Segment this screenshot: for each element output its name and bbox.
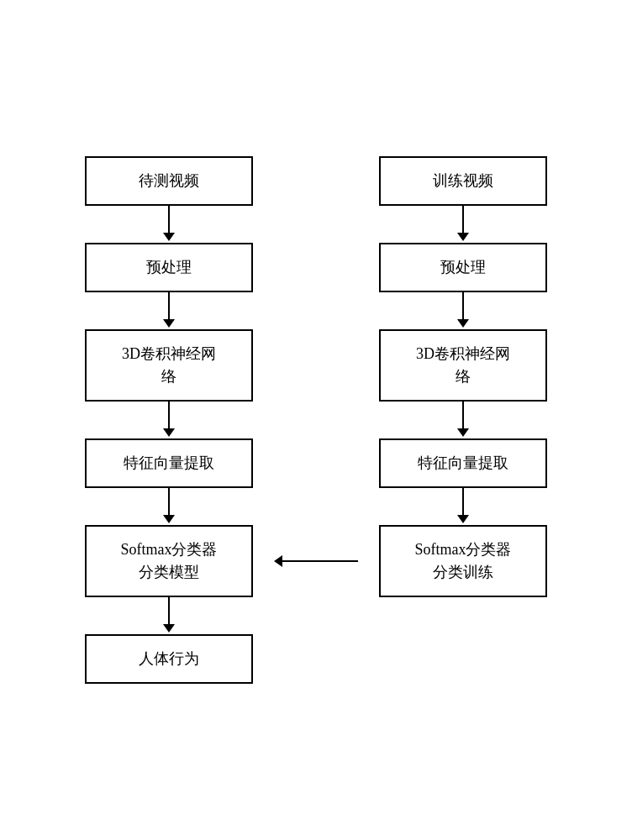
left-col-2: 预处理 bbox=[60, 243, 278, 292]
arrowhead bbox=[457, 233, 469, 241]
arrow-line bbox=[168, 292, 170, 319]
right-col-6-empty bbox=[354, 634, 572, 684]
arrow-row-5 bbox=[22, 597, 610, 634]
left-box-5: Softmax分类器分类模型 bbox=[85, 525, 253, 597]
right-down-arrow-4 bbox=[457, 488, 469, 525]
arrowhead bbox=[457, 515, 469, 523]
left-arrow-5 bbox=[60, 597, 278, 634]
arrowhead bbox=[457, 319, 469, 328]
left-down-arrow-1 bbox=[163, 206, 175, 243]
left-down-arrow-2 bbox=[163, 292, 175, 329]
left-arrow-4 bbox=[60, 488, 278, 525]
arrow-line bbox=[462, 206, 464, 233]
horizontal-line bbox=[282, 560, 358, 562]
arrowhead bbox=[163, 624, 175, 633]
row-2-boxes: 预处理 预处理 bbox=[22, 243, 610, 292]
right-box-4: 特征向量提取 bbox=[379, 438, 547, 488]
right-box-1: 训练视频 bbox=[379, 156, 547, 206]
left-box-3: 3D卷积神经网络 bbox=[85, 329, 253, 402]
arrow-line bbox=[168, 206, 170, 233]
right-col-3: 3D卷积神经网络 bbox=[354, 329, 572, 402]
row-6-boxes: 人体行为 bbox=[22, 634, 610, 684]
arrowhead bbox=[163, 428, 175, 437]
left-box-1: 待测视频 bbox=[85, 156, 253, 206]
arrowhead bbox=[163, 233, 175, 241]
row-3-boxes: 3D卷积神经网络 3D卷积神经网络 bbox=[22, 329, 610, 402]
right-down-arrow-3 bbox=[457, 402, 469, 438]
arrow-line bbox=[168, 597, 170, 624]
right-arrow-2 bbox=[354, 292, 572, 329]
left-box-6: 人体行为 bbox=[85, 634, 253, 684]
left-col-3: 3D卷积神经网络 bbox=[60, 329, 278, 402]
arrow-line bbox=[462, 292, 464, 319]
arrow-line bbox=[462, 488, 464, 515]
arrowhead bbox=[163, 515, 175, 523]
left-col-5: Softmax分类器分类模型 bbox=[60, 525, 278, 597]
right-arrow-1 bbox=[354, 206, 572, 243]
arrow-row-2 bbox=[22, 292, 610, 329]
right-down-arrow-2 bbox=[457, 292, 469, 329]
arrow-row-1 bbox=[22, 206, 610, 243]
left-arrow-3 bbox=[60, 402, 278, 438]
right-col-4: 特征向量提取 bbox=[354, 438, 572, 488]
left-arrow-1 bbox=[60, 206, 278, 243]
row-4-boxes: 特征向量提取 特征向量提取 bbox=[22, 438, 610, 488]
arrow-row-4 bbox=[22, 488, 610, 525]
left-box-4: 特征向量提取 bbox=[85, 438, 253, 488]
right-down-arrow-1 bbox=[457, 206, 469, 243]
left-down-arrow-3 bbox=[163, 402, 175, 438]
row-1-boxes: 待测视频 训练视频 bbox=[22, 156, 610, 206]
arrow-line bbox=[462, 402, 464, 428]
arrowhead bbox=[163, 319, 175, 328]
right-col-1: 训练视频 bbox=[354, 156, 572, 206]
arrow-row-3 bbox=[22, 402, 610, 438]
right-box-5: Softmax分类器分类训练 bbox=[379, 525, 547, 597]
left-box-2: 预处理 bbox=[85, 243, 253, 292]
arrow-line bbox=[168, 488, 170, 515]
left-down-arrow-4 bbox=[163, 488, 175, 525]
row-5-boxes: Softmax分类器分类模型 Softmax分类器分类训练 bbox=[22, 525, 610, 597]
left-down-arrow-5 bbox=[163, 597, 175, 634]
right-box-3: 3D卷积神经网络 bbox=[379, 329, 547, 402]
horizontal-arrow bbox=[274, 555, 358, 567]
arrowhead bbox=[457, 428, 469, 437]
left-arrowhead bbox=[274, 555, 282, 567]
left-arrow-2 bbox=[60, 292, 278, 329]
right-box-2: 预处理 bbox=[379, 243, 547, 292]
right-col-5: Softmax分类器分类训练 bbox=[354, 525, 572, 597]
right-arrow-3 bbox=[354, 402, 572, 438]
flowchart-container: 待测视频 训练视频 预处理 预处理 bbox=[22, 156, 610, 684]
right-col-2: 预处理 bbox=[354, 243, 572, 292]
left-col-1: 待测视频 bbox=[60, 156, 278, 206]
right-arrow-4 bbox=[354, 488, 572, 525]
arrow-line bbox=[168, 402, 170, 428]
left-col-6: 人体行为 bbox=[60, 634, 278, 684]
left-col-4: 特征向量提取 bbox=[60, 438, 278, 488]
